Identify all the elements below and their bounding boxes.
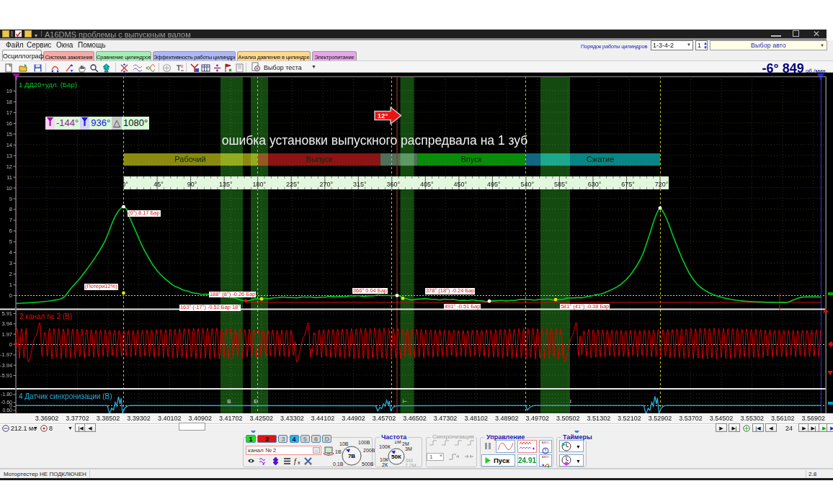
svg-text:Выпуск: Выпуск (306, 155, 333, 163)
svg-text:720°: 720° (655, 181, 669, 188)
svg-text:l: l (570, 398, 571, 405)
svg-text:540°: 540° (521, 181, 535, 188)
svg-text:405°: 405° (420, 181, 434, 188)
svg-text:Сжатие: Сжатие (587, 155, 615, 163)
svg-text:135°: 135° (219, 181, 233, 188)
svg-text:45°: 45° (153, 181, 164, 188)
svg-text:0°: 0° (122, 181, 128, 188)
svg-text:0: 0 (181, 64, 184, 68)
svg-text:Рабочий: Рабочий (174, 155, 205, 163)
svg-text:225°: 225° (286, 181, 300, 188)
svg-text:585°: 585° (554, 181, 568, 188)
svg-text:Впуск: Впуск (461, 155, 482, 163)
svg-text:⊢: ⊢ (403, 398, 408, 405)
svg-text:x: x (298, 460, 300, 465)
svg-text:90°: 90° (187, 181, 197, 188)
svg-text:450°: 450° (454, 181, 468, 188)
svg-text:360°: 360° (386, 181, 400, 188)
svg-text:630°: 630° (588, 181, 602, 188)
svg-text:f: f (294, 457, 297, 465)
svg-text:12°: 12° (378, 112, 388, 120)
svg-text:180°: 180° (252, 181, 266, 188)
svg-text:495°: 495° (487, 181, 501, 188)
svg-text:315°: 315° (353, 181, 367, 188)
svg-text:В: В (227, 398, 231, 405)
svg-text:675°: 675° (621, 181, 635, 188)
svg-text:270°: 270° (319, 181, 333, 188)
svg-text:Е: Е (254, 398, 257, 405)
svg-text:7В: 7В (348, 453, 355, 459)
